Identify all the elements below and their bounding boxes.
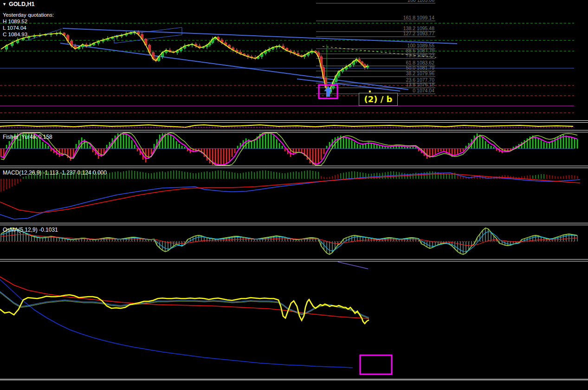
fib-level-label: 38.2 1079.96 (406, 71, 434, 76)
chart-canvas[interactable]: 200 1105.06161.8 1099.14138.2 1095.48127… (0, 0, 588, 390)
fib-level-label: 50.0 1081.79 (406, 65, 434, 71)
fib-level-label: 127.2 1093.77 (403, 31, 434, 36)
fib-level-label: 200 1105.06 (407, 0, 434, 3)
price-axis[interactable] (574, 0, 588, 380)
wave-dot (369, 91, 371, 92)
fib-level-label: 13.8 1076.18 (406, 82, 434, 87)
fib-level-label: 161.8 1099.14 (403, 15, 434, 20)
time-axis[interactable] (0, 380, 574, 390)
fib-level-label: 0 1074.04 (413, 88, 434, 93)
mt4-chart-window: 200 1105.06161.8 1099.14138.2 1095.48127… (0, 0, 588, 390)
